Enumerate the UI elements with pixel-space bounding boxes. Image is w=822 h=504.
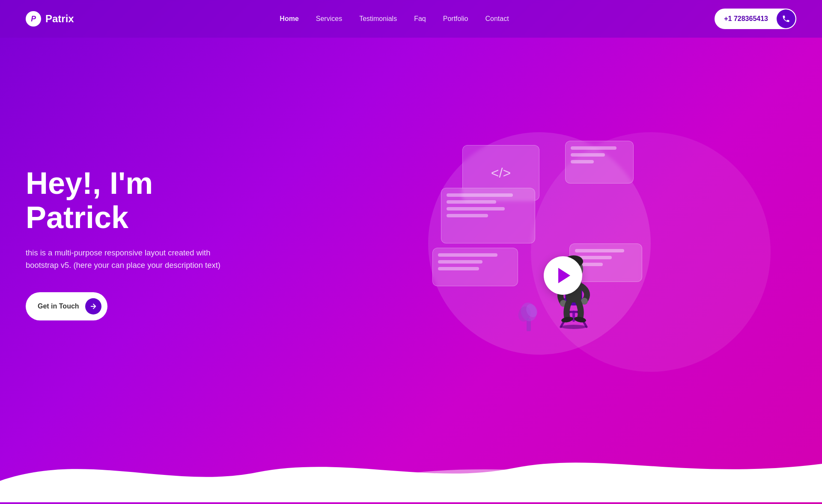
nav-testimonials[interactable]: Testimonials	[359, 15, 397, 22]
code-card-4	[432, 248, 518, 286]
nav-cta: +1 728365413	[715, 9, 796, 29]
code-card-3	[441, 188, 535, 243]
nav-portfolio[interactable]: Portfolio	[443, 15, 468, 22]
navbar: P Patrix Home Services Testimonials Faq …	[0, 0, 822, 38]
phone-number[interactable]: +1 728365413	[715, 11, 777, 27]
play-button[interactable]	[544, 256, 582, 295]
brand-name: Patrix	[45, 13, 74, 25]
hero-cta-label: Get in Touch	[38, 302, 79, 310]
plant-decoration	[518, 293, 539, 331]
code-card-2	[565, 141, 634, 184]
brand-logo-icon: P	[26, 11, 41, 27]
hero-illustration: </>	[283, 132, 796, 355]
nav-links: Home Services Testimonials Faq Portfolio…	[280, 15, 509, 23]
hero-title: Hey!, I'm Patrick	[26, 166, 283, 234]
nav-home[interactable]: Home	[280, 15, 298, 22]
brand-logo[interactable]: P Patrix	[26, 11, 74, 27]
hero-description: this is a multi-purpose responsive layou…	[26, 246, 231, 272]
code-tag-icon: </>	[491, 165, 511, 181]
svg-point-7	[561, 325, 587, 329]
hero-content: Hey!, I'm Patrick this is a multi-purpos…	[26, 166, 283, 320]
hero-cta-button[interactable]: Get in Touch	[26, 292, 107, 320]
phone-icon[interactable]	[777, 9, 795, 28]
play-icon	[558, 268, 570, 283]
illustration-circle: </>	[428, 132, 651, 355]
hero-section: Hey!, I'm Patrick this is a multi-purpos…	[0, 0, 822, 504]
hero-cta-arrow-icon	[85, 298, 101, 314]
nav-faq[interactable]: Faq	[414, 15, 426, 22]
nav-contact[interactable]: Contact	[485, 15, 509, 22]
wave-decoration	[0, 438, 822, 504]
nav-services[interactable]: Services	[316, 15, 342, 22]
